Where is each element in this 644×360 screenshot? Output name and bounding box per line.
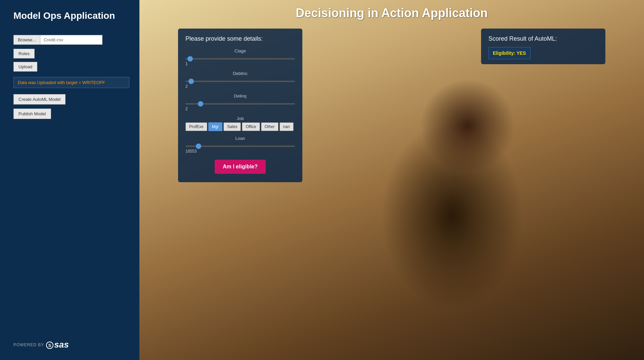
create-automl-button[interactable]: Create AutoML Model — [13, 94, 66, 105]
scored-panel: Scored Result of AutoML: Eligibility: YE… — [481, 29, 605, 64]
main-area: Decisioning in Action Application Please… — [139, 0, 644, 360]
eligibility-text: Eligibility: YES — [493, 50, 526, 56]
file-display: Credit.csv — [40, 35, 102, 45]
sidebar: Model Ops Application Browse... Credit.c… — [0, 0, 139, 360]
debtinc-label: Debtinc — [185, 71, 295, 76]
debtinc-slider-group: Debtinc 2 — [185, 71, 295, 89]
browse-row: Browse... Credit.csv — [13, 35, 129, 45]
roles-button[interactable]: Roles — [13, 49, 35, 58]
loan-label: Loan — [185, 136, 295, 141]
powered-by-label: POWERED BY — [13, 343, 44, 347]
delinq-value: 2 — [185, 107, 295, 111]
clage-slider[interactable] — [185, 58, 295, 59]
scored-panel-title: Scored Result of AutoML: — [488, 35, 598, 42]
job-btn-office[interactable]: Office — [242, 122, 260, 131]
job-btn-nan[interactable]: nan — [280, 122, 294, 131]
job-buttons: ProfExe Mgr Sales Office Other nan — [185, 122, 295, 131]
clage-slider-wrapper — [185, 55, 295, 61]
loan-slider-wrapper — [185, 142, 295, 148]
svg-text:S: S — [48, 343, 51, 348]
job-label: Job — [185, 116, 295, 121]
delinq-slider-wrapper — [185, 100, 295, 106]
clage-value: 1 — [185, 62, 295, 66]
debtinc-value: 2 — [185, 84, 295, 89]
sas-logo: S sas — [46, 339, 69, 350]
upload-button[interactable]: Upload — [13, 62, 37, 72]
loan-value: 16553 — [185, 149, 295, 154]
details-panel-title: Please provide some details: — [185, 35, 295, 42]
loan-slider[interactable] — [185, 146, 295, 147]
publish-model-button[interactable]: Publish Model — [13, 109, 51, 119]
delinq-slider[interactable] — [185, 103, 295, 105]
main-title: Decisioning in Action Application — [139, 6, 644, 20]
job-group: Job ProfExe Mgr Sales Office Other nan — [185, 116, 295, 131]
delinq-label: Delinq — [185, 93, 295, 98]
job-btn-mgr[interactable]: Mgr — [208, 122, 223, 131]
debtinc-slider[interactable] — [185, 81, 295, 82]
delinq-slider-group: Delinq 2 — [185, 93, 295, 111]
upload-status: Data was Uploaded with target = WRITEOFF — [13, 77, 129, 88]
loan-slider-group: Loan 16553 — [185, 136, 295, 154]
job-btn-other[interactable]: Other — [261, 122, 278, 131]
job-btn-profexe[interactable]: ProfExe — [185, 122, 207, 131]
eligibility-badge: Eligibility: YES — [488, 47, 530, 59]
job-btn-sales[interactable]: Sales — [223, 122, 241, 131]
sas-logo-text: sas — [54, 339, 69, 350]
sas-logo-symbol: S — [46, 341, 54, 349]
browse-button[interactable]: Browse... — [13, 35, 40, 45]
details-panel: Please provide some details: Clage 1 Deb… — [178, 29, 302, 182]
clage-slider-group: Clage 1 — [185, 48, 295, 66]
sidebar-footer: POWERED BY S sas — [13, 339, 69, 350]
clage-label: Clage — [185, 48, 295, 53]
debtinc-slider-wrapper — [185, 77, 295, 83]
sidebar-title: Model Ops Application — [13, 10, 129, 22]
am-i-eligible-button[interactable]: Am I eligible? — [215, 160, 266, 174]
